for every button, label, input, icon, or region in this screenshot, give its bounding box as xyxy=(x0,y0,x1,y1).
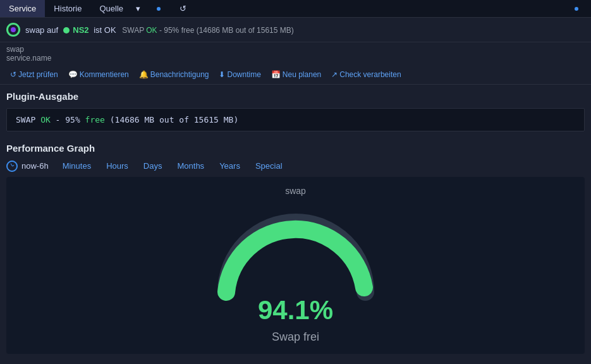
performance-section: Performance Graph now-6h Minutes Hours D… xyxy=(0,138,591,354)
graph-area: swap 94.1% Swap frei xyxy=(6,177,585,354)
gauge-svg xyxy=(207,200,384,301)
comment-icon: 💬 xyxy=(68,70,78,79)
time-link-hours[interactable]: Hours xyxy=(99,160,136,172)
time-link-minutes[interactable]: Minutes xyxy=(55,160,99,172)
nav-service[interactable]: Service xyxy=(0,0,45,17)
host-link[interactable]: NS2 xyxy=(73,25,88,35)
status-icon-inner xyxy=(11,27,16,32)
nav-dot-indicator-right xyxy=(575,7,578,11)
external-link-icon: ↗ xyxy=(331,70,338,79)
nav-dropdown-button[interactable]: ▾ xyxy=(132,1,144,16)
nav-historie[interactable]: Historie xyxy=(45,0,90,17)
refresh-icon: ↺ xyxy=(10,70,16,79)
gauge-value: 94.1% xyxy=(258,295,333,325)
service-name-row: swap service.name xyxy=(0,42,591,65)
plugin-output-header: Plugin-Ausgabe xyxy=(0,85,591,106)
plugin-output-content: SWAP OK - 95% free (14686 MB out of 1561… xyxy=(6,108,585,131)
action-downtime[interactable]: ⬇ Downtime xyxy=(215,69,264,80)
bell-icon: 🔔 xyxy=(139,70,149,79)
time-navigation: now-6h Minutes Hours Days Months Years S… xyxy=(0,157,591,177)
status-text: swap auf NS2 ist OK SWAP OK - 95% free (… xyxy=(25,25,294,35)
action-benachrichtigung[interactable]: 🔔 Benachrichtigung xyxy=(135,69,213,80)
nav-quelle[interactable]: Quelle xyxy=(90,0,132,17)
status-icon xyxy=(6,23,20,37)
nav-dot-indicator xyxy=(157,7,161,11)
action-check-verarbeiten[interactable]: ↗ Check verarbeiten xyxy=(327,69,405,80)
current-time-display: now-6h xyxy=(6,161,49,172)
ns-dot-icon xyxy=(63,27,70,33)
calendar-icon: 📅 xyxy=(271,70,281,79)
action-bar: ↺ Jetzt prüfen 💬 Kommentieren 🔔 Benachri… xyxy=(0,65,591,85)
top-navigation: Service Historie Quelle ▾ ↺ xyxy=(0,0,591,18)
time-link-months[interactable]: Months xyxy=(169,160,212,172)
gauge-container: 94.1% Swap frei xyxy=(207,200,384,344)
time-link-years[interactable]: Years xyxy=(212,160,248,172)
action-neu-planen[interactable]: 📅 Neu planen xyxy=(267,69,325,80)
time-link-special[interactable]: Special xyxy=(248,160,290,172)
service-label: swap xyxy=(6,45,585,54)
gauge-sublabel: Swap frei xyxy=(272,331,319,344)
clock-icon xyxy=(6,161,18,172)
time-link-days[interactable]: Days xyxy=(136,160,170,172)
action-kommentieren[interactable]: 💬 Kommentieren xyxy=(64,69,133,80)
graph-title: swap xyxy=(285,186,306,196)
performance-header: Performance Graph xyxy=(0,138,591,157)
downtime-icon: ⬇ xyxy=(219,70,225,79)
nav-refresh-button[interactable]: ↺ xyxy=(173,1,193,16)
service-sublabel: service.name xyxy=(6,54,585,63)
action-jetzt-pruefen[interactable]: ↺ Jetzt prüfen xyxy=(6,69,62,80)
status-bar: swap auf NS2 ist OK SWAP OK - 95% free (… xyxy=(0,18,591,42)
